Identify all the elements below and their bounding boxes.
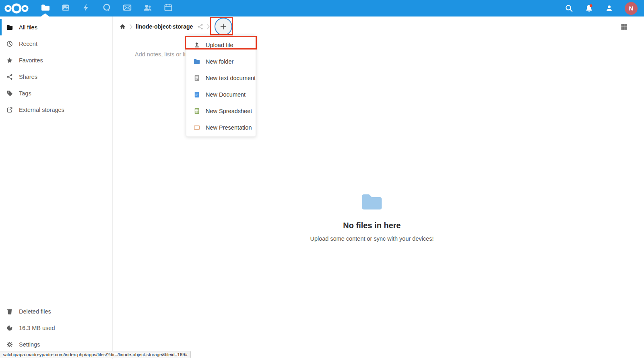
- menu-item-upload-file[interactable]: Upload file: [186, 37, 256, 53]
- people-icon: [143, 3, 153, 14]
- new-presentation-icon: [193, 124, 200, 131]
- new-document-icon: [193, 91, 200, 98]
- sidebar-item-shares[interactable]: Shares: [0, 68, 112, 85]
- share-icon: [6, 73, 13, 80]
- breadcrumb-folder-name[interactable]: linode-object-storage: [136, 23, 193, 30]
- menu-item-label: New folder: [206, 58, 233, 65]
- app-talk[interactable]: [96, 0, 117, 17]
- sidebar-item-quota[interactable]: 16.3 MB used: [0, 320, 112, 336]
- sidebar-footer: Deleted files 16.3 MB used: [0, 303, 112, 353]
- plus-icon: [219, 22, 228, 31]
- sidebar-item-label: Deleted files: [19, 308, 51, 315]
- new-file-menu: Upload file New folder: [186, 35, 256, 137]
- menu-item-label: Upload file: [206, 42, 233, 48]
- sidebar-item-label: Settings: [19, 341, 40, 348]
- breadcrumb: linode-object-storage: [113, 17, 232, 37]
- sidebar-item-deleted-files[interactable]: Deleted files: [0, 303, 112, 320]
- menu-item-new-spreadsheet[interactable]: New Spreadsheet: [186, 103, 256, 119]
- lightning-icon: [81, 3, 91, 14]
- calendar-icon: [163, 3, 173, 14]
- menu-item-label: New text document: [206, 75, 256, 81]
- app-mail[interactable]: [117, 0, 137, 17]
- sidebar-item-external-storages[interactable]: External storages: [0, 101, 112, 118]
- grid-view-icon: [620, 23, 628, 31]
- nextcloud-logo-icon: [4, 3, 29, 14]
- app-contacts[interactable]: [137, 0, 158, 17]
- sidebar-nav: All files Recent Favorites: [0, 17, 112, 118]
- menu-item-new-document[interactable]: New Document: [186, 86, 256, 103]
- menu-item-label: New Document: [206, 91, 246, 98]
- user-avatar[interactable]: N: [625, 2, 638, 15]
- header-right-controls: N: [565, 0, 644, 17]
- star-icon: [6, 57, 13, 64]
- app-files[interactable]: [35, 0, 55, 17]
- menu-item-new-folder[interactable]: New folder: [186, 53, 256, 70]
- empty-folder-icon: [361, 193, 383, 210]
- pie-chart-icon: [6, 324, 13, 332]
- sidebar-item-label: Tags: [19, 90, 31, 97]
- talk-bubble-icon: [102, 3, 111, 14]
- clock-icon: [6, 40, 13, 47]
- sidebar-item-label: External storages: [19, 107, 64, 113]
- app-calendar[interactable]: [158, 0, 178, 17]
- nextcloud-logo[interactable]: [4, 3, 29, 14]
- new-file-button[interactable]: [215, 18, 232, 35]
- sidebar-item-settings[interactable]: Settings: [0, 336, 112, 353]
- menu-item-new-text-document[interactable]: New text document: [186, 70, 256, 86]
- files-content: linode-object-storage: [113, 17, 644, 359]
- gear-icon: [6, 341, 13, 348]
- new-spreadsheet-icon: [193, 107, 200, 115]
- photos-icon: [61, 3, 70, 14]
- breadcrumb-share-icon[interactable]: [197, 23, 204, 30]
- upload-icon: [193, 41, 200, 49]
- notifications-bell-icon[interactable]: [584, 4, 594, 13]
- workspace-notes-placeholder[interactable]: Add notes, lists or lin: [135, 51, 189, 58]
- chevron-right-icon: [206, 24, 210, 30]
- status-bar-url: salchipapa.madreypadre.com/index.php/app…: [0, 351, 191, 358]
- sidebar-item-all-files[interactable]: All files: [0, 19, 112, 35]
- sidebar: All files Recent Favorites: [0, 17, 113, 359]
- home-icon[interactable]: [119, 23, 126, 31]
- sidebar-item-label: Recent: [19, 41, 37, 47]
- contacts-menu-icon[interactable]: [605, 4, 613, 12]
- sidebar-item-label: Shares: [19, 74, 37, 80]
- sidebar-item-label: All files: [19, 24, 37, 31]
- new-folder-icon: [193, 58, 200, 65]
- grid-view-toggle[interactable]: [620, 23, 628, 31]
- empty-state-title: No files in here: [113, 221, 631, 230]
- new-text-document-icon: [193, 74, 200, 82]
- app-photos[interactable]: [55, 0, 76, 17]
- menu-item-new-presentation[interactable]: New Presentation: [186, 119, 256, 136]
- app-activity[interactable]: [76, 0, 96, 17]
- sidebar-item-recent[interactable]: Recent: [0, 35, 112, 52]
- menu-item-label: New Spreadsheet: [206, 108, 252, 114]
- empty-state-subtitle: Upload some content or sync with your de…: [113, 235, 631, 242]
- trash-icon: [6, 308, 13, 315]
- sidebar-item-tags[interactable]: Tags: [0, 85, 112, 101]
- files-folder-icon: [40, 3, 50, 14]
- tag-icon: [6, 90, 13, 97]
- sidebar-item-label: Favorites: [19, 57, 43, 64]
- chevron-right-icon: [129, 24, 133, 30]
- folder-icon: [6, 24, 13, 31]
- top-bar: N: [0, 0, 644, 17]
- external-storage-icon: [6, 106, 13, 113]
- mail-envelope-icon: [122, 3, 132, 14]
- search-icon[interactable]: [565, 4, 573, 12]
- empty-state: No files in here Upload some content or …: [113, 193, 631, 242]
- sidebar-item-favorites[interactable]: Favorites: [0, 52, 112, 68]
- quota-label: 16.3 MB used: [19, 325, 55, 331]
- menu-item-label: New Presentation: [206, 124, 252, 131]
